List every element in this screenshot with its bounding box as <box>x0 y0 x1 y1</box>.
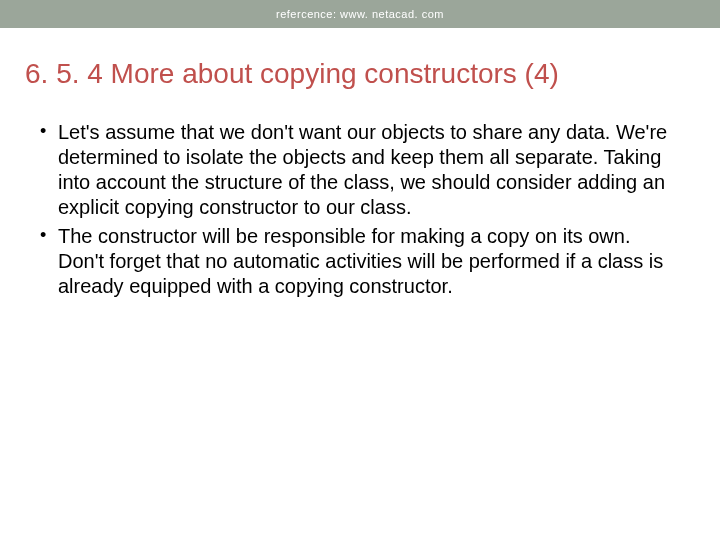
bullet-list: Let's assume that we don't want our obje… <box>40 120 680 299</box>
slide-title: 6. 5. 4 More about copying constructors … <box>25 58 700 90</box>
title-area: 6. 5. 4 More about copying constructors … <box>0 28 720 110</box>
content-area: Let's assume that we don't want our obje… <box>0 110 720 299</box>
header-bar: refercence: www. netacad. com <box>0 0 720 28</box>
header-reference-text: refercence: www. netacad. com <box>276 8 444 20</box>
bullet-item: The constructor will be responsible for … <box>40 224 680 299</box>
bullet-item: Let's assume that we don't want our obje… <box>40 120 680 220</box>
